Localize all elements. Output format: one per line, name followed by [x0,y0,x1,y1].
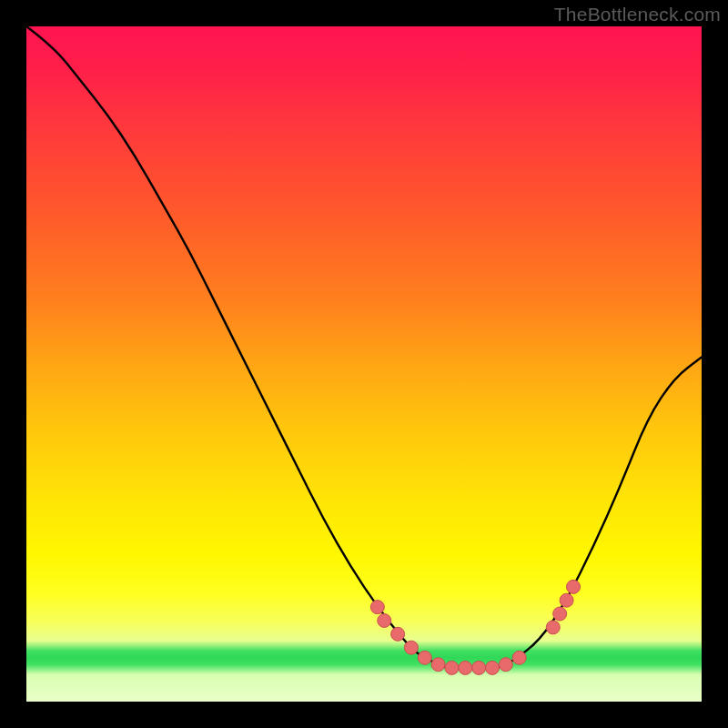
highlight-dot [378,613,391,627]
highlight-dots-group [370,580,580,674]
highlight-dot [391,627,405,641]
highlight-dot [404,641,418,654]
chart-frame: TheBottleneck.com [0,0,728,728]
highlight-dot [560,593,573,607]
highlight-dot [485,661,499,674]
highlight-dot [459,661,472,674]
highlight-dot [553,607,567,621]
highlight-dot [370,601,384,614]
highlight-dot [431,658,445,672]
watermark-text: TheBottleneck.com [554,4,721,25]
highlight-dot [445,661,459,674]
highlight-dot [512,651,526,664]
bottleneck-curve [26,26,702,668]
highlight-dot [499,658,512,672]
highlight-dot [546,621,560,634]
highlight-dot [472,661,486,674]
chart-plot-area [26,26,702,702]
chart-svg [26,26,702,702]
highlight-dot [567,580,581,593]
highlight-dot [418,651,431,664]
